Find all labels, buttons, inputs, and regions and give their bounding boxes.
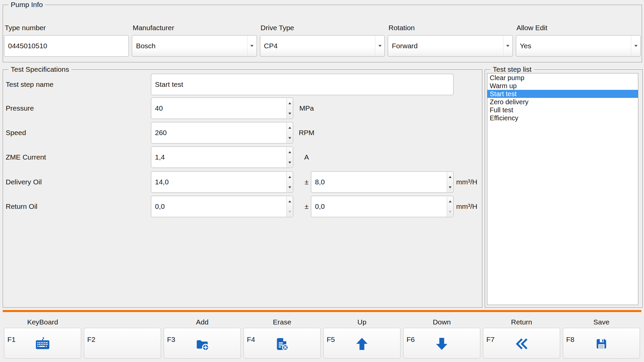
- delivery-oil-tolerance-spinner: [447, 172, 453, 192]
- save-icon: [594, 337, 609, 351]
- return-oil-tolerance-spinner: [447, 196, 453, 217]
- allow-edit-combo[interactable]: Yes: [516, 35, 641, 57]
- test-step-name-input[interactable]: Start test: [151, 74, 453, 95]
- test-specifications-title: Test Specifications: [8, 65, 71, 74]
- list-item[interactable]: Warm up: [487, 82, 638, 90]
- keyboard-icon: [34, 336, 51, 352]
- rotation-combo[interactable]: Forward: [388, 35, 513, 57]
- fn-cell-f2: F2: [84, 318, 161, 360]
- pressure-row: Pressure 40 MPa: [3, 98, 482, 119]
- erase-button[interactable]: F4: [244, 328, 321, 359]
- manufacturer-dropdown-zone[interactable]: [247, 36, 257, 56]
- zme-current-row: ZME Current 1,4 A: [3, 146, 482, 168]
- up-button[interactable]: F5: [323, 328, 400, 359]
- type-number-field: Type number 0445010510: [4, 24, 129, 57]
- spinner-down-icon: [288, 113, 291, 115]
- spinner-down-icon: [288, 211, 291, 213]
- speed-row: Speed 260 RPM: [3, 122, 482, 143]
- return-oil-tolerance-input[interactable]: 0,0: [311, 196, 453, 217]
- test-step-name-row: Test step name Start test: [3, 74, 482, 95]
- zme-current-unit: A: [294, 146, 319, 168]
- list-item[interactable]: Zero delivery: [487, 98, 638, 106]
- pressure-value: 40: [155, 104, 163, 112]
- add-icon: [194, 336, 210, 352]
- delivery-oil-label: Delivery Oil: [6, 171, 42, 193]
- delivery-oil-input[interactable]: 14,0: [151, 171, 293, 193]
- allow-edit-label: Allow Edit: [517, 24, 641, 32]
- spin-down-button[interactable]: [287, 158, 292, 167]
- zme-current-spinner: [286, 147, 292, 167]
- spinner-up-icon: [288, 127, 291, 129]
- spin-down-button[interactable]: [447, 183, 453, 192]
- return-oil-unit: mm³/H: [456, 196, 482, 217]
- fn-key: F4: [247, 336, 255, 344]
- chevron-down-icon: [506, 45, 509, 47]
- spinner-up-icon: [288, 102, 291, 104]
- allow-edit-value: Yes: [520, 42, 531, 50]
- delivery-oil-value: 14,0: [155, 178, 169, 186]
- rotation-dropdown-zone[interactable]: [503, 36, 513, 56]
- drive-type-field: Drive Type CP4: [260, 24, 385, 57]
- rotation-field: Rotation Forward: [388, 24, 513, 57]
- speed-value: 260: [155, 129, 167, 137]
- pump-info-title: Pump Info: [8, 0, 45, 9]
- manufacturer-field: Manufacturer Bosch: [132, 24, 257, 57]
- spin-up-button[interactable]: [287, 123, 292, 132]
- save-button[interactable]: F8: [563, 328, 640, 359]
- f2-button[interactable]: F2: [84, 328, 161, 359]
- spin-up-button[interactable]: [287, 197, 292, 206]
- spin-up-button[interactable]: [287, 172, 292, 182]
- spinner-up-icon: [288, 200, 291, 202]
- fn-key: F6: [407, 336, 415, 344]
- spin-up-button[interactable]: [447, 172, 453, 182]
- manufacturer-combo[interactable]: Bosch: [132, 35, 257, 57]
- drive-type-combo[interactable]: CP4: [260, 35, 385, 57]
- spinner-up-icon: [288, 151, 291, 153]
- drive-type-dropdown-zone[interactable]: [375, 36, 384, 56]
- spin-up-button[interactable]: [447, 197, 453, 206]
- add-button-label: Add: [164, 318, 241, 327]
- fn-key: F8: [566, 336, 575, 344]
- spin-down-button[interactable]: [287, 133, 292, 143]
- test-step-listbox[interactable]: Clear pump Warm up Start test Zero deliv…: [487, 73, 638, 305]
- list-item[interactable]: Start test: [487, 90, 638, 98]
- spin-up-button[interactable]: [287, 99, 292, 108]
- return-button[interactable]: F7: [483, 328, 560, 359]
- list-item[interactable]: Clear pump: [487, 74, 638, 82]
- rotation-label: Rotation: [388, 24, 513, 32]
- return-oil-label: Return Oil: [6, 196, 38, 217]
- down-button[interactable]: F6: [403, 328, 480, 359]
- spin-down-button[interactable]: [287, 183, 292, 192]
- pressure-label: Pressure: [6, 98, 34, 119]
- orange-separator: [3, 310, 641, 312]
- fn-cell-f6: Down F6: [403, 318, 480, 360]
- allow-edit-dropdown-zone[interactable]: [631, 36, 640, 56]
- return-icon: [514, 336, 530, 352]
- keyboard-button[interactable]: F1: [4, 328, 81, 359]
- zme-current-input[interactable]: 1,4: [151, 146, 293, 168]
- type-number-value: 0445010510: [8, 42, 47, 50]
- spin-up-button[interactable]: [287, 147, 292, 157]
- down-button-label: Down: [403, 318, 480, 327]
- delivery-oil-tolerance-input[interactable]: 8,0: [311, 171, 453, 193]
- spinner-up-icon: [449, 200, 451, 202]
- fn-cell-f5: Up F5: [323, 318, 400, 360]
- test-specifications-group: Test Specifications Test step name Start…: [3, 69, 482, 308]
- keyboard-button-label: KeyBoard: [4, 318, 81, 327]
- return-oil-input[interactable]: 0,0: [151, 196, 293, 217]
- type-number-input[interactable]: 0445010510: [4, 35, 129, 57]
- pressure-input[interactable]: 40: [151, 98, 293, 119]
- spin-down-button[interactable]: [287, 109, 292, 118]
- function-bar: KeyBoard F1: [4, 318, 640, 360]
- f2-button-label: [84, 318, 161, 327]
- manufacturer-label: Manufacturer: [132, 24, 257, 32]
- fn-cell-f3: Add F3: [164, 318, 241, 360]
- fn-key: F5: [327, 336, 335, 344]
- spin-down-button: [287, 207, 292, 217]
- list-item[interactable]: Full test: [487, 106, 638, 114]
- list-item[interactable]: Efficiency: [487, 114, 638, 122]
- speed-input[interactable]: 260: [151, 122, 293, 143]
- up-arrow-icon: [354, 336, 370, 352]
- add-button[interactable]: F3: [164, 328, 241, 359]
- erase-icon: [274, 336, 290, 352]
